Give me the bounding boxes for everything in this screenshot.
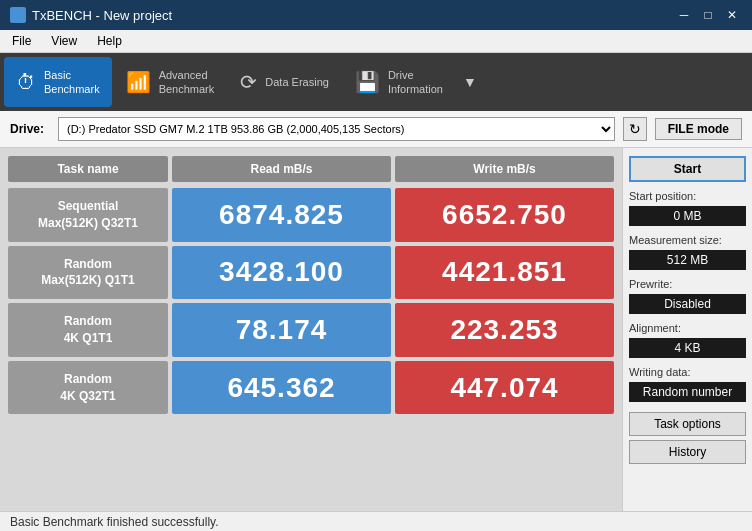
- advanced-benchmark-icon: 📶: [126, 72, 151, 92]
- alignment-value: 4 KB: [629, 338, 746, 358]
- tab-drive-information[interactable]: 💾 DriveInformation: [343, 57, 455, 107]
- toolbar: ⏱ BasicBenchmark 📶 AdvancedBenchmark ⟳ D…: [0, 53, 752, 111]
- tab-erasing-label: Data Erasing: [265, 75, 329, 89]
- drive-select[interactable]: (D:) Predator SSD GM7 M.2 1TB 953.86 GB …: [58, 117, 615, 141]
- row-label-random-4k-q32t1: Random4K Q32T1: [8, 361, 168, 415]
- title-bar: TxBENCH - New project ─ □ ✕: [0, 0, 752, 30]
- col-write: Write mB/s: [395, 156, 614, 182]
- read-random-512k: 3428.100: [172, 246, 391, 300]
- table-header: Task name Read mB/s Write mB/s: [8, 156, 614, 182]
- window-controls: ─ □ ✕: [674, 5, 742, 25]
- right-panel: Start Start position: 0 MB Measurement s…: [622, 148, 752, 511]
- write-random-512k: 4421.851: [395, 246, 614, 300]
- drive-info-icon: 💾: [355, 72, 380, 92]
- window-title: TxBENCH - New project: [32, 8, 172, 23]
- tab-drive-label: DriveInformation: [388, 68, 443, 97]
- data-erasing-icon: ⟳: [240, 72, 257, 92]
- tab-basic-label: BasicBenchmark: [44, 68, 100, 97]
- refresh-button[interactable]: ↻: [623, 117, 647, 141]
- row-label-sequential: SequentialMax(512K) Q32T1: [8, 188, 168, 242]
- minimize-button[interactable]: ─: [674, 5, 694, 25]
- bench-row-random-512k: RandomMax(512K) Q1T1 3428.100 4421.851: [8, 246, 614, 300]
- prewrite-value: Disabled: [629, 294, 746, 314]
- alignment-label: Alignment:: [629, 322, 746, 334]
- read-random-4k-q32t1: 645.362: [172, 361, 391, 415]
- row-label-random-512k: RandomMax(512K) Q1T1: [8, 246, 168, 300]
- read-random-4k-q1t1: 78.174: [172, 303, 391, 357]
- main-area: Task name Read mB/s Write mB/s Sequentia…: [0, 148, 752, 511]
- menu-bar: File View Help: [0, 30, 752, 53]
- menu-view[interactable]: View: [43, 32, 85, 50]
- row-label-random-4k-q1t1: Random4K Q1T1: [8, 303, 168, 357]
- basic-benchmark-icon: ⏱: [16, 72, 36, 92]
- close-button[interactable]: ✕: [722, 5, 742, 25]
- drive-label: Drive:: [10, 122, 50, 136]
- write-random-4k-q1t1: 223.253: [395, 303, 614, 357]
- write-sequential: 6652.750: [395, 188, 614, 242]
- tab-advanced-benchmark[interactable]: 📶 AdvancedBenchmark: [114, 57, 227, 107]
- measurement-size-value: 512 MB: [629, 250, 746, 270]
- status-text: Basic Benchmark finished successfully.: [10, 515, 219, 529]
- write-random-4k-q32t1: 447.074: [395, 361, 614, 415]
- writing-data-label: Writing data:: [629, 366, 746, 378]
- file-mode-button[interactable]: FILE mode: [655, 118, 742, 140]
- bench-row-random-4k-q32t1: Random4K Q32T1 645.362 447.074: [8, 361, 614, 415]
- menu-file[interactable]: File: [4, 32, 39, 50]
- status-bar: Basic Benchmark finished successfully.: [0, 511, 752, 531]
- tab-data-erasing[interactable]: ⟳ Data Erasing: [228, 57, 341, 107]
- menu-help[interactable]: Help: [89, 32, 130, 50]
- task-options-button[interactable]: Task options: [629, 412, 746, 436]
- history-button[interactable]: History: [629, 440, 746, 464]
- measurement-size-label: Measurement size:: [629, 234, 746, 246]
- tab-basic-benchmark[interactable]: ⏱ BasicBenchmark: [4, 57, 112, 107]
- toolbar-more-arrow[interactable]: ▼: [457, 57, 483, 107]
- col-task-name: Task name: [8, 156, 168, 182]
- bench-row-random-4k-q1t1: Random4K Q1T1 78.174 223.253: [8, 303, 614, 357]
- tab-advanced-label: AdvancedBenchmark: [159, 68, 215, 97]
- drive-row: Drive: (D:) Predator SSD GM7 M.2 1TB 953…: [0, 111, 752, 148]
- col-read: Read mB/s: [172, 156, 391, 182]
- prewrite-label: Prewrite:: [629, 278, 746, 290]
- bench-row-sequential: SequentialMax(512K) Q32T1 6874.825 6652.…: [8, 188, 614, 242]
- start-position-value: 0 MB: [629, 206, 746, 226]
- start-button[interactable]: Start: [629, 156, 746, 182]
- read-sequential: 6874.825: [172, 188, 391, 242]
- start-position-label: Start position:: [629, 190, 746, 202]
- benchmark-table: Task name Read mB/s Write mB/s Sequentia…: [0, 148, 622, 511]
- writing-data-value: Random number: [629, 382, 746, 402]
- app-icon: [10, 7, 26, 23]
- maximize-button[interactable]: □: [698, 5, 718, 25]
